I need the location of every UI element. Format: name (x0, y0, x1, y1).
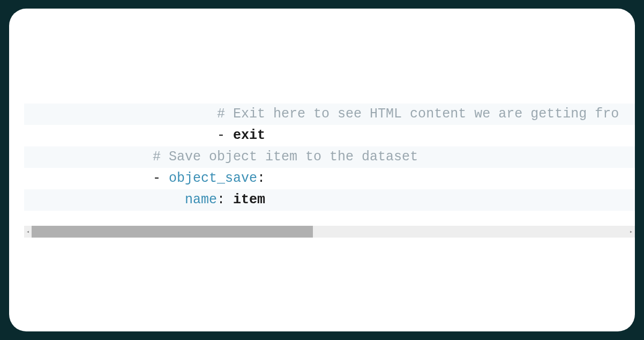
code-block: # Exit here to see HTML content we are g… (24, 104, 635, 211)
comment-text: # Save object item to the dataset (153, 149, 418, 165)
dash: - (153, 171, 169, 186)
colon: : (217, 192, 233, 208)
indent (24, 192, 185, 208)
scroll-right-arrow-icon[interactable]: ▸ (627, 226, 635, 238)
code-card: # Exit here to see HTML content we are g… (9, 9, 635, 331)
scroll-left-arrow-icon[interactable]: ◂ (24, 226, 32, 238)
keyword-exit: exit (233, 128, 265, 143)
code-line: # Exit here to see HTML content we are g… (24, 104, 635, 125)
code-line: - object_save: (24, 168, 635, 189)
colon: : (257, 171, 265, 186)
scrollbar-thumb[interactable] (32, 226, 313, 238)
key-name: name (185, 192, 217, 208)
indent (24, 128, 217, 143)
indent (24, 171, 153, 186)
value-item: item (233, 192, 265, 208)
horizontal-scrollbar[interactable]: ◂ ▸ (24, 226, 635, 238)
comment-text: # Exit here to see HTML content we are g… (217, 106, 619, 122)
indent (24, 106, 217, 122)
code-line: - exit (24, 125, 635, 146)
code-line: name: item (24, 189, 635, 211)
key-object-save: object_save (169, 171, 257, 186)
code-line: # Save object item to the dataset (24, 146, 635, 168)
indent (24, 149, 153, 165)
dash: - (217, 128, 233, 143)
